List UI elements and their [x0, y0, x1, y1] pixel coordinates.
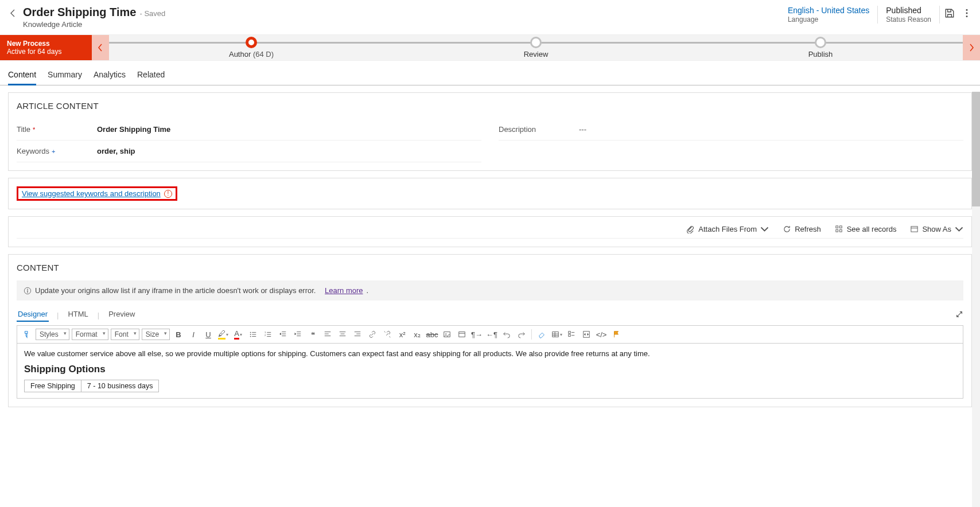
editor-tab-preview[interactable]: Preview — [107, 309, 136, 322]
image-button[interactable] — [441, 328, 453, 341]
learn-more-link[interactable]: Learn more — [325, 286, 363, 295]
align-center-button[interactable] — [336, 328, 349, 341]
outdent-button[interactable] — [277, 328, 289, 341]
chevron-down-icon — [955, 225, 963, 233]
scrollbar[interactable] — [972, 92, 980, 414]
font-color-button[interactable]: A▾ — [232, 328, 244, 341]
stage-indicator-icon — [815, 37, 826, 48]
form-tabs: Content Summary Analytics Related — [0, 61, 980, 85]
embed-button[interactable] — [580, 328, 593, 341]
stage-review[interactable]: Review — [394, 35, 678, 60]
clear-format-button[interactable] — [535, 328, 548, 341]
stage-publish[interactable]: Publish — [678, 35, 963, 60]
italic-button[interactable]: I — [187, 328, 200, 341]
more-button[interactable] — [962, 8, 972, 18]
refresh-button[interactable]: Refresh — [783, 225, 821, 233]
svg-point-1 — [966, 13, 968, 14]
stage-indicator-icon — [246, 37, 257, 48]
redo-button[interactable] — [515, 328, 528, 341]
table-button[interactable]: ▾ — [550, 328, 563, 341]
superscript-button[interactable]: x² — [396, 328, 409, 341]
indent-button[interactable] — [291, 328, 304, 341]
status-value: Published — [886, 6, 931, 15]
attach-files-button[interactable]: Attach Files From — [686, 225, 769, 233]
paperclip-icon — [686, 225, 695, 233]
svg-rect-6 — [839, 229, 842, 232]
svg-text:2: 2 — [265, 334, 266, 337]
business-process-flow: New Process Active for 64 days Author (6… — [0, 34, 980, 61]
undo-button[interactable] — [500, 328, 513, 341]
article-content-section: ARTICLE CONTENT Title* Order Shipping Ti… — [8, 92, 972, 171]
show-as-button[interactable]: Show As — [910, 225, 963, 233]
iframe-button[interactable] — [456, 328, 468, 341]
rtl-button[interactable]: ←¶ — [485, 328, 498, 341]
bullet-list-button[interactable] — [247, 328, 259, 341]
svg-rect-5 — [836, 229, 838, 232]
expand-editor-button[interactable] — [955, 310, 963, 320]
expand-icon — [955, 310, 963, 318]
svg-rect-10 — [27, 290, 28, 292]
iframe-icon — [458, 330, 466, 338]
language-value[interactable]: English - United States — [788, 6, 869, 15]
back-button[interactable] — [8, 8, 18, 18]
svg-point-11 — [250, 332, 251, 333]
process-info[interactable]: New Process Active for 64 days — [0, 35, 92, 60]
number-list-button[interactable]: 12 — [262, 328, 274, 341]
flag-button[interactable] — [610, 328, 623, 341]
stage-prev-button[interactable] — [92, 35, 109, 60]
checklist-icon — [567, 330, 575, 338]
font-select[interactable]: Font — [111, 329, 139, 340]
keywords-field[interactable]: order, ship — [97, 147, 135, 155]
description-label: Description — [499, 125, 536, 134]
section-title: ARTICLE CONTENT — [17, 101, 963, 111]
checklist-button[interactable] — [565, 328, 578, 341]
see-all-records-button[interactable]: See all records — [835, 225, 897, 233]
size-select[interactable]: Size — [142, 329, 170, 340]
subscript-button[interactable]: x₂ — [411, 328, 423, 341]
svg-rect-4 — [839, 226, 842, 228]
format-select[interactable]: Format — [72, 329, 108, 340]
table-row: Free Shipping 7 - 10 business days — [25, 380, 159, 392]
scrollbar-thumb[interactable] — [972, 92, 980, 206]
source-button[interactable]: </> — [595, 328, 608, 341]
number-list-icon: 12 — [264, 330, 272, 338]
align-left-icon — [324, 330, 332, 338]
eraser-icon — [538, 330, 546, 338]
body-heading: Shipping Options — [24, 364, 956, 375]
editor-content-area[interactable]: We value customer service above all else… — [17, 344, 963, 398]
format-painter-button[interactable] — [21, 328, 33, 341]
bold-button[interactable]: B — [172, 328, 185, 341]
view-suggested-link[interactable]: View suggested keywords and description — [22, 189, 161, 198]
blockquote-button[interactable]: ❝ — [306, 328, 319, 341]
tab-content[interactable]: Content — [8, 67, 36, 85]
editor-tab-designer[interactable]: Designer — [17, 309, 49, 322]
info-icon — [24, 287, 32, 295]
embed-icon — [582, 330, 590, 338]
description-field[interactable]: --- — [579, 125, 586, 134]
svg-point-17 — [445, 333, 446, 334]
link-button[interactable] — [366, 328, 379, 341]
stage-author[interactable]: Author (64 D) — [109, 35, 394, 60]
chevron-down-icon — [760, 225, 769, 233]
alert-icon: ! — [164, 190, 172, 198]
record-type: Knowledge Article — [23, 20, 780, 29]
styles-select[interactable]: Styles — [36, 329, 69, 340]
unlink-button[interactable] — [381, 328, 394, 341]
tab-related[interactable]: Related — [137, 67, 165, 85]
highlight-button[interactable]: 🖊▾ — [217, 328, 230, 341]
page-header: Order Shipping Time - Saved Knowledge Ar… — [0, 0, 980, 34]
ltr-button[interactable]: ¶→ — [470, 328, 483, 341]
align-right-button[interactable] — [351, 328, 364, 341]
underline-button[interactable]: U — [202, 328, 215, 341]
save-button[interactable] — [944, 8, 955, 18]
tab-summary[interactable]: Summary — [48, 67, 82, 85]
tab-analytics[interactable]: Analytics — [94, 67, 126, 85]
show-as-icon — [910, 225, 919, 233]
strikethrough-button[interactable]: abc — [426, 328, 438, 341]
arrow-left-icon — [9, 9, 18, 18]
table-cell: Free Shipping — [25, 380, 81, 392]
align-left-button[interactable] — [321, 328, 334, 341]
title-field[interactable]: Order Shipping Time — [97, 125, 170, 134]
stage-next-button[interactable] — [963, 35, 980, 60]
editor-tab-html[interactable]: HTML — [67, 309, 89, 322]
